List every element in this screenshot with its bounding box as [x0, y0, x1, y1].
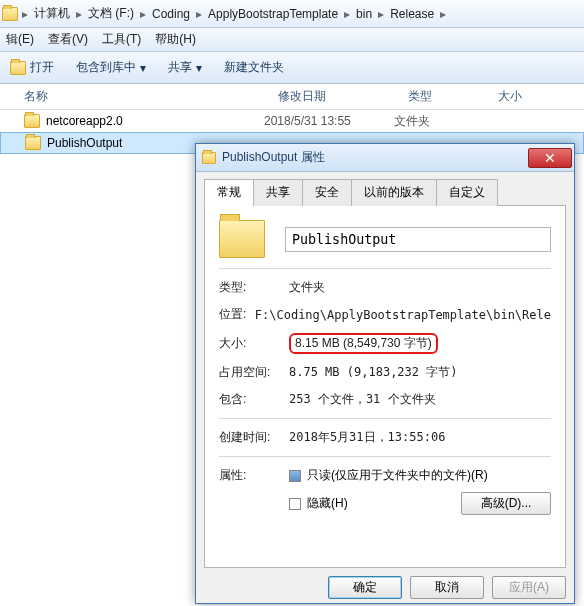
- col-name[interactable]: 名称: [24, 88, 278, 105]
- chevron-right-icon: ▸: [140, 7, 146, 21]
- menu-help[interactable]: 帮助(H): [151, 29, 200, 50]
- crumb-release[interactable]: Release: [388, 3, 436, 25]
- chevron-right-icon: ▸: [344, 7, 350, 21]
- crumb-bin[interactable]: bin: [354, 3, 374, 25]
- open-button[interactable]: 打开: [6, 57, 58, 78]
- chevron-right-icon: ▸: [440, 7, 446, 21]
- hidden-label: 隐藏(H): [307, 495, 348, 512]
- col-date[interactable]: 修改日期: [278, 88, 408, 105]
- crumb-computer[interactable]: 计算机: [32, 3, 72, 25]
- advanced-button[interactable]: 高级(D)...: [461, 492, 551, 515]
- folder-icon: [219, 220, 265, 258]
- size-label: 大小:: [219, 335, 289, 352]
- tab-custom[interactable]: 自定义: [436, 179, 498, 206]
- contains-value: 253 个文件，31 个文件夹: [289, 391, 551, 408]
- dialog-title: PublishOutput 属性: [222, 149, 325, 166]
- file-date: 2018/5/31 13:55: [264, 114, 394, 128]
- crumb-project[interactable]: ApplyBootstrapTemplate: [206, 3, 340, 25]
- tab-previous[interactable]: 以前的版本: [351, 179, 437, 206]
- share-label: 共享: [168, 59, 192, 76]
- menu-edit[interactable]: 辑(E): [2, 29, 38, 50]
- chevron-down-icon: ▾: [196, 61, 202, 75]
- include-label: 包含到库中: [76, 59, 136, 76]
- size-value: 8.15 MB (8,549,730 字节): [289, 333, 438, 354]
- apply-button[interactable]: 应用(A): [492, 576, 566, 599]
- share-button[interactable]: 共享 ▾: [164, 57, 206, 78]
- location-value: F:\Coding\ApplyBootstrapTemplate\bin\Rel…: [255, 308, 551, 322]
- chevron-right-icon: ▸: [76, 7, 82, 21]
- created-label: 创建时间:: [219, 429, 289, 446]
- tab-general[interactable]: 常规: [204, 179, 254, 206]
- folder-name-input[interactable]: [285, 227, 551, 252]
- close-icon: ✕: [544, 150, 556, 166]
- hidden-checkbox[interactable]: [289, 498, 301, 510]
- close-button[interactable]: ✕: [528, 148, 572, 168]
- readonly-label: 只读(仅应用于文件夹中的文件)(R): [307, 467, 488, 484]
- folder-icon: [202, 152, 216, 164]
- general-panel: 类型:文件夹 位置:F:\Coding\ApplyBootstrapTempla…: [204, 206, 566, 568]
- type-value: 文件夹: [289, 279, 551, 296]
- chevron-right-icon: ▸: [22, 7, 28, 21]
- disk-value: 8.75 MB (9,183,232 字节): [289, 364, 551, 381]
- attributes-label: 属性:: [219, 467, 289, 484]
- properties-dialog: PublishOutput 属性 ✕ 常规 共享 安全 以前的版本 自定义 类型…: [195, 143, 575, 604]
- tab-security[interactable]: 安全: [302, 179, 352, 206]
- list-item[interactable]: netcoreapp2.0 2018/5/31 13:55 文件夹: [0, 110, 584, 132]
- cancel-button[interactable]: 取消: [410, 576, 484, 599]
- col-type[interactable]: 类型: [408, 88, 498, 105]
- crumb-drive[interactable]: 文档 (F:): [86, 3, 136, 25]
- readonly-checkbox[interactable]: [289, 470, 301, 482]
- created-value: 2018年5月31日，13:55:06: [289, 429, 551, 446]
- ok-button[interactable]: 确定: [328, 576, 402, 599]
- type-label: 类型:: [219, 279, 289, 296]
- include-library-button[interactable]: 包含到库中 ▾: [72, 57, 150, 78]
- folder-open-icon: [10, 61, 26, 75]
- open-label: 打开: [30, 59, 54, 76]
- properties-tabs: 常规 共享 安全 以前的版本 自定义: [204, 178, 566, 206]
- chevron-down-icon: ▾: [140, 61, 146, 75]
- folder-icon: [24, 114, 40, 128]
- file-name: netcoreapp2.0: [46, 114, 123, 128]
- column-headers: 名称 修改日期 类型 大小: [0, 84, 584, 110]
- new-folder-button[interactable]: 新建文件夹: [220, 57, 288, 78]
- file-name: PublishOutput: [47, 136, 122, 150]
- disk-label: 占用空间:: [219, 364, 289, 381]
- crumb-coding[interactable]: Coding: [150, 3, 192, 25]
- tab-share[interactable]: 共享: [253, 179, 303, 206]
- contains-label: 包含:: [219, 391, 289, 408]
- toolbar: 打开 包含到库中 ▾ 共享 ▾ 新建文件夹: [0, 52, 584, 84]
- menu-tools[interactable]: 工具(T): [98, 29, 145, 50]
- new-folder-label: 新建文件夹: [224, 59, 284, 76]
- folder-icon: [25, 136, 41, 150]
- col-size[interactable]: 大小: [498, 88, 558, 105]
- dialog-footer: 确定 取消 应用(A): [196, 568, 574, 606]
- menu-bar: 辑(E) 查看(V) 工具(T) 帮助(H): [0, 28, 584, 52]
- address-bar: ▸ 计算机 ▸ 文档 (F:) ▸ Coding ▸ ApplyBootstra…: [0, 0, 584, 28]
- file-type: 文件夹: [394, 113, 474, 130]
- chevron-right-icon: ▸: [196, 7, 202, 21]
- chevron-right-icon: ▸: [378, 7, 384, 21]
- location-label: 位置:: [219, 306, 255, 323]
- dialog-titlebar[interactable]: PublishOutput 属性 ✕: [196, 144, 574, 172]
- folder-icon: [2, 7, 18, 21]
- menu-view[interactable]: 查看(V): [44, 29, 92, 50]
